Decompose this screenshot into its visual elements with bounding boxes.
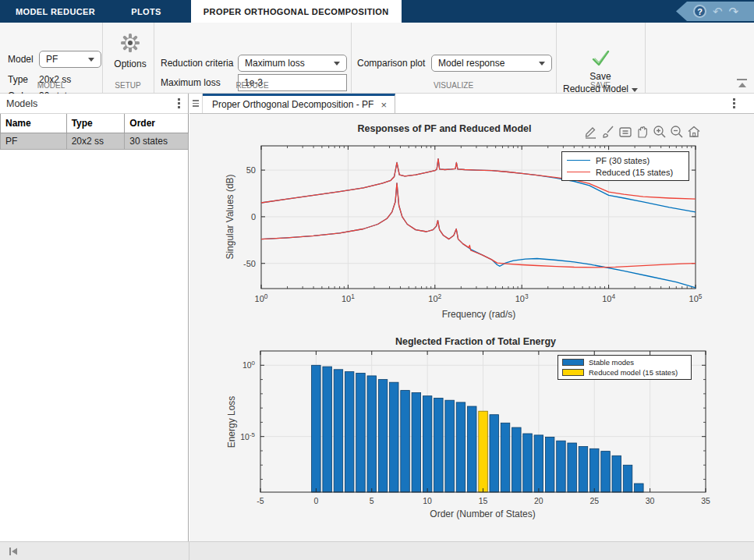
model-dropdown[interactable]: PF bbox=[39, 51, 101, 68]
main-area: Models Name Type Order PF 20x2 ss 30 sta… bbox=[0, 94, 754, 541]
status-bar bbox=[0, 541, 754, 560]
save-button-line1: Save bbox=[589, 71, 611, 82]
legend-entry-reduced-model-label: Reduced model (15 states) bbox=[589, 368, 678, 377]
chart1-legend[interactable]: PF (30 states) Reduced (15 states) bbox=[561, 151, 689, 181]
model-dropdown-value: PF bbox=[46, 54, 58, 65]
chart1-ylabel: Singular Values (dB) bbox=[225, 174, 235, 259]
models-panel-header: Models bbox=[0, 94, 188, 114]
svg-text:-50: -50 bbox=[243, 259, 256, 268]
close-icon[interactable]: × bbox=[381, 99, 387, 111]
document-tabbar: Proper Orthogonal Decomposition - PF × bbox=[189, 94, 754, 114]
models-table: Name Type Order PF 20x2 ss 30 states bbox=[0, 114, 189, 150]
gear-icon bbox=[120, 33, 140, 53]
figure-area: Responses of PF and Reduced Model 100101… bbox=[189, 114, 754, 541]
options-button-label: Options bbox=[108, 58, 152, 69]
reduce-section-label: REDUCE bbox=[154, 81, 351, 90]
chart1-xlabel: Frequency (rad/s) bbox=[196, 309, 754, 320]
options-button[interactable]: Options bbox=[108, 33, 152, 69]
legend-entry-pf: PF (30 states) bbox=[567, 154, 684, 166]
document-tab-pod-pf[interactable]: Proper Orthogonal Decomposition - PF × bbox=[203, 94, 395, 113]
svg-text:25: 25 bbox=[589, 496, 599, 505]
legend-entry-stable-modes-label: Stable modes bbox=[589, 358, 634, 367]
chart2-legend[interactable]: Stable modes Reduced model (15 states) bbox=[558, 355, 692, 380]
quick-access-band: ? ↶ ↷ bbox=[676, 2, 754, 21]
undo-icon[interactable]: ↶ bbox=[713, 5, 723, 17]
section-divider bbox=[645, 23, 646, 93]
tab-plots[interactable]: PLOTS bbox=[120, 0, 172, 23]
svg-text:10: 10 bbox=[423, 496, 432, 505]
energy-loss-chart: Neglected Fraction of Total Energy -5051… bbox=[189, 331, 754, 541]
document-menu-icon[interactable] bbox=[733, 98, 735, 108]
chart2-xlabel: Order (Number of States) bbox=[200, 509, 754, 519]
collapse-panel-icon[interactable] bbox=[8, 546, 19, 557]
svg-text:105: 105 bbox=[689, 292, 703, 303]
svg-text:0: 0 bbox=[313, 496, 318, 505]
models-table-header-row: Name Type Order bbox=[1, 114, 189, 133]
chevron-down-icon bbox=[539, 62, 545, 66]
save-reduced-model-button[interactable]: Save Reduced Model bbox=[563, 49, 638, 97]
stable-modes-swatch bbox=[562, 359, 584, 366]
svg-text:30: 30 bbox=[646, 496, 655, 505]
column-header-name[interactable]: Name bbox=[1, 114, 67, 133]
redo-icon[interactable]: ↷ bbox=[729, 5, 739, 17]
models-panel-menu-icon[interactable] bbox=[178, 98, 180, 108]
comparison-plot-value: Model response bbox=[438, 58, 504, 69]
document-tab-title: Proper Orthogonal Decomposition - PF bbox=[212, 99, 373, 110]
svg-text:35: 35 bbox=[701, 496, 710, 505]
reduction-criteria-label: Reduction criteria bbox=[161, 58, 233, 69]
svg-text:100: 100 bbox=[255, 292, 268, 303]
svg-text:15: 15 bbox=[479, 496, 488, 505]
svg-text:20: 20 bbox=[534, 496, 543, 505]
pf-line-swatch bbox=[567, 160, 590, 161]
document-panel: Proper Orthogonal Decomposition - PF × R… bbox=[189, 94, 754, 541]
tab-proper-orthogonal-decomposition[interactable]: PROPER ORTHOGONAL DECOMPOSITION bbox=[191, 0, 402, 23]
legend-entry-pf-label: PF (30 states) bbox=[596, 156, 650, 165]
legend-entry-reduced: Reduced (15 states) bbox=[567, 166, 684, 178]
svg-text:100: 100 bbox=[242, 360, 256, 370]
collapse-ribbon-icon[interactable] bbox=[736, 79, 748, 88]
model-section-label: MODEL bbox=[0, 81, 102, 90]
svg-text:50: 50 bbox=[246, 165, 256, 175]
legend-entry-reduced-model: Reduced model (15 states) bbox=[562, 367, 687, 377]
column-header-type[interactable]: Type bbox=[66, 114, 125, 133]
tab-list-icon[interactable] bbox=[189, 94, 203, 113]
table-row[interactable]: PF 20x2 ss 30 states bbox=[1, 133, 189, 149]
models-panel: Models Name Type Order PF 20x2 ss 30 sta… bbox=[0, 94, 189, 541]
legend-entry-reduced-label: Reduced (15 states) bbox=[596, 168, 673, 177]
model-label: Model bbox=[8, 54, 34, 65]
visualize-section-label: VISUALIZE bbox=[351, 81, 556, 90]
svg-text:104: 104 bbox=[602, 292, 615, 303]
chevron-down-icon bbox=[88, 58, 94, 62]
models-panel-title: Models bbox=[6, 98, 37, 109]
chevron-down-icon bbox=[334, 62, 340, 66]
singular-values-plot[interactable]: 100101102103104105500-50 bbox=[189, 114, 754, 331]
tab-model-reducer[interactable]: MODEL REDUCER bbox=[5, 0, 106, 23]
chart2-ylabel: Energy Loss bbox=[226, 396, 237, 448]
cell-model-order: 30 states bbox=[125, 133, 189, 149]
comparison-plot-dropdown[interactable]: Model response bbox=[431, 55, 552, 72]
svg-text:0: 0 bbox=[251, 212, 256, 222]
legend-entry-stable-modes: Stable modes bbox=[562, 357, 687, 367]
svg-text:-5: -5 bbox=[257, 496, 264, 505]
toolstrip-tabbar: MODEL REDUCER PLOTS PROPER ORTHOGONAL DE… bbox=[0, 0, 754, 23]
svg-text:5: 5 bbox=[370, 496, 374, 505]
svg-text:10-5: 10-5 bbox=[240, 431, 255, 441]
ribbon: Model PF Type 20x2 ss Order 30 states MO… bbox=[0, 23, 754, 94]
check-icon bbox=[590, 49, 611, 68]
svg-text:103: 103 bbox=[515, 292, 529, 303]
svg-text:102: 102 bbox=[428, 292, 441, 303]
reduction-criteria-value: Maximum loss bbox=[245, 58, 305, 69]
comparison-plot-label: Comparison plot bbox=[357, 58, 425, 69]
singular-values-chart: Responses of PF and Reduced Model 100101… bbox=[189, 114, 754, 331]
statusbar-divider bbox=[189, 542, 189, 560]
reduction-criteria-dropdown[interactable]: Maximum loss bbox=[238, 55, 347, 72]
cell-model-name: PF bbox=[1, 133, 67, 149]
help-icon[interactable]: ? bbox=[693, 5, 706, 18]
cell-model-type: 20x2 ss bbox=[66, 133, 125, 149]
reduced-line-swatch bbox=[567, 172, 590, 172]
model-reducer-app: MODEL REDUCER PLOTS PROPER ORTHOGONAL DE… bbox=[0, 0, 754, 560]
setup-section-label: SETUP bbox=[102, 81, 154, 90]
reduced-model-swatch bbox=[562, 369, 584, 376]
svg-text:101: 101 bbox=[342, 292, 355, 303]
save-section-label: SAVE bbox=[556, 81, 645, 90]
